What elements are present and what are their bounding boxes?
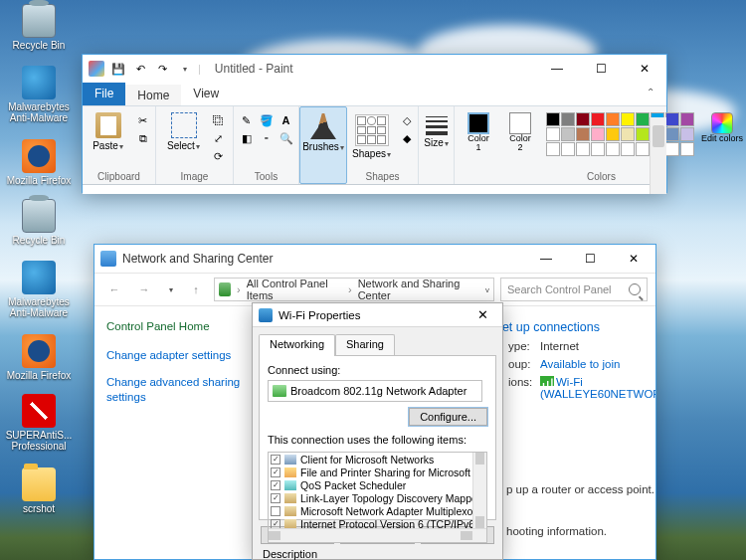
adapter-field[interactable]: Broadcom 802.11g Network Adapter bbox=[268, 380, 482, 402]
canvas-area[interactable] bbox=[83, 184, 666, 194]
control-panel-home-link[interactable]: Control Panel Home bbox=[106, 320, 246, 332]
palette-swatch[interactable] bbox=[636, 127, 650, 141]
palette-swatch[interactable] bbox=[621, 142, 635, 156]
checkbox[interactable]: ✓ bbox=[271, 480, 280, 490]
checkbox[interactable]: ✓ bbox=[271, 493, 280, 503]
close-button[interactable]: ✕ bbox=[612, 245, 655, 273]
minimize-button[interactable]: — bbox=[524, 245, 568, 273]
up-button[interactable]: ↑ bbox=[184, 278, 208, 301]
desktop-icon-malwarebytes[interactable]: Malwarebytes Anti-Malware bbox=[4, 66, 74, 123]
maximize-button[interactable]: ☐ bbox=[568, 245, 612, 273]
tab-networking[interactable]: Networking bbox=[259, 334, 335, 356]
edit-colors-button[interactable]: Edit colors bbox=[702, 110, 742, 143]
palette-swatch[interactable] bbox=[665, 127, 679, 141]
desktop-icon-scrshot-folder[interactable]: scrshot bbox=[4, 467, 74, 514]
ribbon-minimize[interactable]: ⌃ bbox=[635, 83, 666, 105]
palette-swatch[interactable] bbox=[546, 142, 560, 156]
tab-file[interactable]: File bbox=[83, 83, 125, 105]
vertical-scrollbar[interactable] bbox=[472, 453, 486, 528]
size-button[interactable]: Size▾ bbox=[423, 110, 451, 148]
palette-swatch[interactable] bbox=[606, 112, 620, 126]
close-button[interactable]: ✕ bbox=[463, 303, 502, 327]
palette-swatch[interactable] bbox=[680, 127, 694, 141]
rotate-button[interactable]: ⟳ bbox=[210, 148, 228, 164]
palette-swatch[interactable] bbox=[621, 127, 635, 141]
palette-swatch[interactable] bbox=[591, 112, 605, 126]
items-listbox[interactable]: ✓Client for Microsoft Networks✓File and … bbox=[268, 452, 487, 543]
palette-swatch[interactable] bbox=[576, 112, 590, 126]
brushes-button[interactable]: Brushes▾ bbox=[301, 111, 345, 152]
horizontal-scrollbar[interactable] bbox=[269, 528, 486, 542]
palette-swatch[interactable] bbox=[591, 142, 605, 156]
copy-button[interactable]: ⧉ bbox=[134, 130, 152, 146]
desktop-icon-malwarebytes-2[interactable]: Malwarebytes Anti-Malware bbox=[4, 261, 74, 318]
desktop-icon-firefox[interactable]: Mozilla Firefox bbox=[4, 139, 74, 186]
change-adapter-settings-link[interactable]: Change adapter settings bbox=[106, 348, 246, 363]
qat-dropdown[interactable]: ▾ bbox=[174, 59, 194, 79]
desktop-icon-superantispyware[interactable]: SUPERAntiS... Professional bbox=[4, 394, 74, 452]
search-input[interactable]: Search Control Panel bbox=[500, 278, 648, 301]
crop-button[interactable]: ⿻ bbox=[210, 112, 228, 128]
palette-swatch[interactable] bbox=[636, 112, 650, 126]
palette-swatch[interactable] bbox=[546, 127, 560, 141]
connection-item[interactable]: ✓File and Printer Sharing for Microsoft … bbox=[269, 466, 486, 478]
color-palette[interactable] bbox=[544, 110, 696, 158]
connection-item[interactable]: ✓QoS Packet Scheduler bbox=[269, 478, 486, 491]
breadcrumb[interactable]: › All Control Panel Items › Network and … bbox=[214, 278, 494, 301]
redo-button[interactable]: ↷ bbox=[152, 59, 172, 79]
resize-button[interactable]: ⤢ bbox=[210, 130, 228, 146]
checkbox[interactable]: ✓ bbox=[271, 455, 280, 465]
desktop-icon-recycle-bin-2[interactable]: Recycle Bin bbox=[4, 199, 74, 246]
palette-swatch[interactable] bbox=[546, 112, 560, 126]
checkbox[interactable]: ✓ bbox=[271, 519, 280, 529]
configure-button[interactable]: Configure... bbox=[409, 408, 487, 426]
palette-swatch[interactable] bbox=[561, 142, 575, 156]
forward-button[interactable]: → bbox=[132, 278, 156, 301]
magnifier-tool[interactable]: 🔍 bbox=[278, 130, 295, 146]
tab-home[interactable]: Home bbox=[125, 83, 181, 105]
crumb-dropdown[interactable]: v bbox=[485, 285, 489, 294]
checkbox[interactable]: ✓ bbox=[271, 467, 280, 477]
back-button[interactable]: ← bbox=[102, 278, 126, 301]
change-sharing-settings-link[interactable]: Change advanced sharing settings bbox=[106, 375, 246, 405]
palette-swatch[interactable] bbox=[665, 112, 679, 126]
palette-swatch[interactable] bbox=[561, 127, 575, 141]
shape-outline[interactable]: ◇ bbox=[398, 112, 416, 128]
shape-fill[interactable]: ◆ bbox=[398, 130, 416, 146]
palette-swatch[interactable] bbox=[680, 112, 694, 126]
palette-swatch[interactable] bbox=[621, 112, 635, 126]
titlebar[interactable]: 💾 ↶ ↷ ▾ | Untitled - Paint — ☐ ✕ bbox=[83, 55, 666, 83]
palette-swatch[interactable] bbox=[606, 127, 620, 141]
minimize-button[interactable]: — bbox=[535, 55, 579, 83]
undo-button[interactable]: ↶ bbox=[130, 59, 150, 79]
color2-button[interactable]: Color 2 bbox=[502, 110, 538, 152]
connection-link[interactable]: Wi-Fi (WALLEYE60NETWORK) bbox=[540, 376, 656, 400]
color1-button[interactable]: Color 1 bbox=[461, 110, 496, 152]
pencil-tool[interactable]: ✎ bbox=[238, 112, 256, 128]
palette-swatch[interactable] bbox=[591, 127, 605, 141]
palette-swatch[interactable] bbox=[680, 142, 694, 156]
scrollbar-thumb[interactable] bbox=[653, 125, 664, 147]
paste-button[interactable]: Paste▾ bbox=[87, 110, 130, 151]
save-button[interactable]: 💾 bbox=[108, 59, 128, 79]
desktop-icon-recycle-bin[interactable]: Recycle Bin bbox=[4, 4, 74, 51]
palette-swatch[interactable] bbox=[606, 142, 620, 156]
eraser-tool[interactable]: ◧ bbox=[238, 130, 256, 146]
eyedropper-tool[interactable]: ⁃ bbox=[258, 130, 276, 146]
homegroup-link[interactable]: Available to join bbox=[540, 358, 620, 370]
tab-sharing[interactable]: Sharing bbox=[335, 334, 395, 356]
palette-swatch[interactable] bbox=[665, 142, 679, 156]
recent-dropdown[interactable]: ▾ bbox=[162, 278, 178, 301]
fill-tool[interactable]: 🪣 bbox=[258, 112, 276, 128]
text-tool[interactable]: A bbox=[278, 112, 295, 128]
desktop-icon-firefox-2[interactable]: Mozilla Firefox bbox=[4, 334, 74, 381]
crumb-segment[interactable]: All Control Panel Items bbox=[247, 278, 342, 301]
palette-swatch[interactable] bbox=[561, 112, 575, 126]
connection-item[interactable]: ✓Client for Microsoft Networks bbox=[269, 453, 486, 466]
maximize-button[interactable]: ☐ bbox=[579, 55, 623, 83]
connection-item[interactable]: Microsoft Network Adapter Multiplexor Pr… bbox=[269, 504, 486, 517]
palette-swatch[interactable] bbox=[576, 142, 590, 156]
cut-button[interactable]: ✂ bbox=[134, 112, 152, 128]
tab-view[interactable]: View bbox=[181, 83, 231, 105]
palette-swatch[interactable] bbox=[636, 142, 650, 156]
